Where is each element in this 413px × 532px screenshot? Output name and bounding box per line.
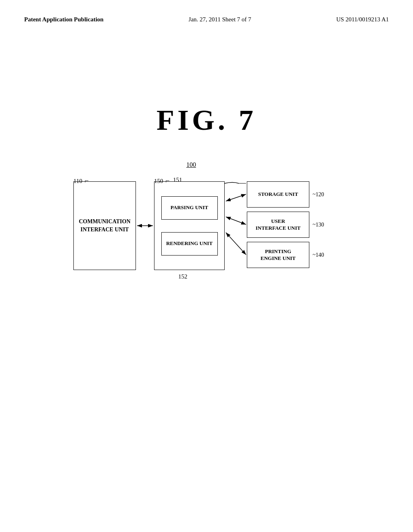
- parsing-unit-box: PARSING UNIT: [161, 196, 218, 220]
- rendering-unit-label: RENDERING UNIT: [166, 240, 213, 247]
- parsing-unit-label: PARSING UNIT: [171, 204, 208, 211]
- header-right: US 2011/0019213 A1: [336, 16, 389, 23]
- comm-interface-unit-box: COMMUNICATIONINTERFACE UNIT: [73, 181, 136, 270]
- right-units: STORAGE UNIT ~120 USERINTERFACE UNIT ~13…: [247, 181, 324, 268]
- comm-interface-unit-label: COMMUNICATIONINTERFACE UNIT: [79, 218, 130, 233]
- user-interface-unit-label: USERINTERFACE UNIT: [256, 218, 300, 232]
- printing-engine-unit-row: PRINTINGENGINE UNIT ~140: [247, 242, 324, 268]
- header-center: Jan. 27, 2011 Sheet 7 of 7: [189, 16, 251, 23]
- header: Patent Application Publication Jan. 27, …: [0, 0, 413, 23]
- svg-line-5: [226, 233, 246, 255]
- patent-publication-label: Patent Application Publication: [24, 16, 104, 23]
- diagram-area: 100 110 ⌐ COMMUNICATIONINTERFACE UNIT 15…: [65, 161, 348, 322]
- main-processing-box: PARSING UNIT RENDERING UNIT: [154, 181, 225, 270]
- ref-152: 152: [178, 273, 188, 280]
- user-interface-unit-row: USERINTERFACE UNIT ~130: [247, 212, 324, 238]
- ref-130: ~130: [313, 222, 324, 228]
- user-interface-unit-box: USERINTERFACE UNIT: [247, 212, 309, 238]
- svg-line-4: [226, 217, 246, 224]
- printing-engine-unit-box: PRINTINGENGINE UNIT: [247, 242, 309, 268]
- storage-unit-label: STORAGE UNIT: [258, 191, 298, 198]
- printing-engine-unit-label: PRINTINGENGINE UNIT: [261, 248, 296, 262]
- ref-100: 100: [186, 161, 196, 168]
- ref-140: ~140: [313, 252, 324, 258]
- storage-unit-box: STORAGE UNIT: [247, 181, 309, 208]
- svg-line-3: [226, 194, 246, 201]
- figure-title: FIG. 7: [0, 104, 413, 137]
- rendering-unit-box: RENDERING UNIT: [161, 232, 218, 256]
- ref-120: ~120: [313, 191, 324, 198]
- header-left: Patent Application Publication: [24, 16, 104, 23]
- storage-unit-row: STORAGE UNIT ~120: [247, 181, 324, 208]
